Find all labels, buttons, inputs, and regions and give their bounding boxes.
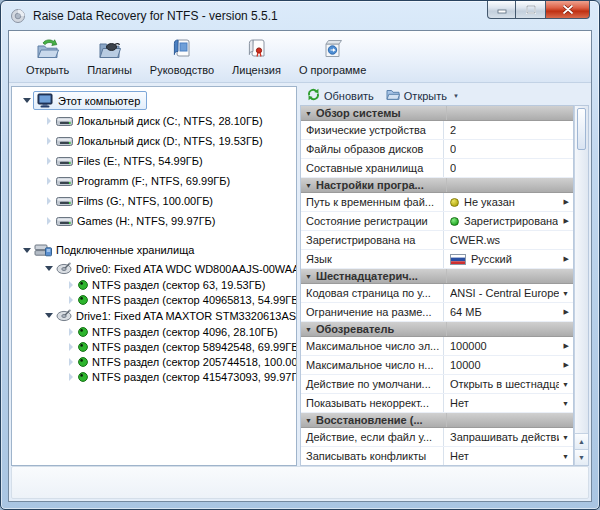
plugins-button[interactable]: Плагины [78,34,141,78]
tree-item-volume[interactable]: Локальный диск (C:, NTFS, 28.10ГБ) [12,111,296,131]
section-collapse-icon[interactable]: ▼ [305,326,312,333]
row-expand-icon[interactable]: ▶ [561,217,573,225]
row-dropdown-icon[interactable]: ▼ [559,400,573,407]
row-expand-icon[interactable]: ▶ [561,255,573,263]
window-controls [487,1,590,19]
tree-item-volume[interactable]: Локальный диск (D:, NTFS, 19.53ГБ) [12,131,296,151]
property-value-text: Запрашивать действи [450,431,559,443]
property-value[interactable]: ANSI - Central European▼ [444,284,573,302]
property-value[interactable]: CWER.ws [444,231,573,249]
expander-open-icon[interactable] [20,248,33,253]
row-expand-icon[interactable]: ▶ [561,361,573,369]
property-value[interactable]: Нет▼ [444,394,573,412]
property-value-text: Открыть в шестнадца [450,378,559,390]
minimize-button[interactable] [487,1,516,19]
tree-item-partition[interactable]: NTFS раздел (сектор 205744518, 100.00ГБ) [12,354,296,369]
property-row[interactable]: Физические устройства2 [301,121,573,140]
toolbar-button-label: О программе [299,64,366,76]
property-value[interactable]: Открыть в шестнадца▼ [444,375,573,393]
grid-section-header[interactable]: ▼Настройки програ... [301,178,573,193]
row-expand-icon[interactable]: ▶ [561,308,573,316]
harddisk-icon [56,309,72,322]
property-row[interactable]: Максимальное число н...10000▶ [301,356,573,375]
grid-section-header[interactable]: ▼Обозреватель [301,322,573,337]
property-value-text: 64 МБ [450,306,482,318]
tree-item-drive[interactable]: Drive1: Fixed ATA MAXTOR STM3320613AS [12,307,296,324]
tree-item-volume[interactable]: Files (E:, NTFS, 54.99ГБ) [12,151,296,171]
grid-section-header[interactable]: ▼Восстановление (... [301,413,573,428]
open-button[interactable]: Открыть [17,34,78,78]
tree-item-partition[interactable]: NTFS раздел (сектор 415473093, 99.97ГБ) [12,369,296,384]
grid-section-header[interactable]: ▼Шестнадцатерич... [301,269,573,284]
tree-item-volume[interactable]: Programm (F:, NTFS, 69.99ГБ) [12,171,296,191]
expander-open-icon[interactable] [42,313,55,318]
property-value[interactable]: Запрашивать действи▼ [444,428,573,446]
section-collapse-icon[interactable]: ▼ [305,182,312,189]
property-value[interactable]: Зарегистрирована▶ [444,212,573,230]
property-row[interactable]: Файлы образов дисков0 [301,140,573,159]
manual-button[interactable]: Руководство [141,34,223,78]
volume-icon [56,135,73,147]
section-collapse-icon[interactable]: ▼ [305,273,312,280]
tree-item-partition[interactable]: NTFS раздел (сектор 4096, 28.10ГБ) [12,324,296,339]
tree-item-partition[interactable]: NTFS раздел (сектор 63, 19.53ГБ) [12,277,296,292]
property-row[interactable]: Кодовая страница по у...ANSI - Central E… [301,284,573,303]
open-dropdown-button[interactable]: ▼ [451,93,459,99]
property-row[interactable]: Максимальное число эл...100000▶ [301,337,573,356]
property-value[interactable]: Русский▶ [444,250,573,268]
tree-item-volume[interactable]: Games (H:, NTFS, 99.97ГБ) [12,211,296,231]
property-row[interactable]: Путь к временным фай...Не указан▶ [301,193,573,212]
row-expand-icon[interactable]: ▶ [561,342,573,350]
row-dropdown-icon[interactable]: ▼ [559,290,573,297]
tree-item-partition[interactable]: NTFS раздел (сектор 40965813, 54.99ГБ) [12,292,296,307]
section-collapse-icon[interactable]: ▼ [305,417,312,424]
row-expand-icon[interactable]: ▶ [561,198,573,206]
property-row[interactable]: Составные хранилища0 [301,159,573,178]
scrollbar-thumb[interactable] [577,108,586,150]
scrollbar-track[interactable] [575,152,588,433]
tree-selected-item[interactable]: Этот компьютер [33,91,147,110]
close-button[interactable] [545,1,590,19]
maximize-button[interactable] [516,1,545,19]
property-value[interactable]: 64 МБ▶ [444,303,573,321]
property-value[interactable]: 100000▶ [444,337,573,355]
expander-open-icon[interactable] [20,98,33,103]
property-row[interactable]: Записывать конфликтыНет▼ [301,447,573,466]
section-collapse-icon[interactable]: ▼ [305,110,312,117]
property-row[interactable]: ЯзыкРусский▶ [301,250,573,269]
vertical-scrollbar[interactable]: ▲ ▼ [574,105,589,466]
property-label: Максимальное число эл... [301,337,444,355]
license-button[interactable]: Лицензия [223,34,290,78]
about-button[interactable]: О программе [290,34,375,78]
expander-open-icon[interactable] [42,266,55,271]
tree-item-label: Films (G:, NTFS, 100.00ГБ) [77,195,213,207]
refresh-icon [307,88,320,103]
property-value[interactable]: 0 [444,140,573,158]
scroll-down-button[interactable]: ▼ [575,449,588,465]
refresh-button[interactable]: Обновить [307,88,374,103]
tree-item-storages[interactable]: Подключенные хранилища [12,240,296,260]
tree-item-drive[interactable]: Drive0: Fixed ATA WDC WD800AAJS-00WAA0 [12,260,296,277]
manual-icon [169,38,195,61]
row-dropdown-icon[interactable]: ▼ [559,434,573,441]
tree-item-volume[interactable]: Films (G:, NTFS, 100.00ГБ) [12,191,296,211]
property-row[interactable]: Ограничение на разме...64 МБ▶ [301,303,573,322]
row-dropdown-icon[interactable]: ▼ [559,381,573,388]
property-row[interactable]: Действие, если файл у...Запрашивать дейс… [301,428,573,447]
property-value[interactable]: 10000▶ [444,356,573,374]
tree-item-partition[interactable]: NTFS раздел (сектор 58942548, 69.99ГБ) [12,339,296,354]
grid-section-label: Обозреватель [316,323,394,335]
grid-section-header[interactable]: ▼Обзор системы [301,106,573,121]
open-storage-button[interactable]: Открыть [386,89,447,102]
tree-item-computer[interactable]: Этот компьютер [12,90,296,111]
property-value[interactable]: 2 [444,121,573,139]
property-row[interactable]: Зарегистрирована наCWER.ws [301,231,573,250]
scroll-up-button[interactable]: ▲ [575,433,588,449]
row-dropdown-icon[interactable]: ▼ [559,453,573,460]
property-value[interactable]: 0 [444,159,573,177]
property-value[interactable]: Не указан▶ [444,193,573,211]
property-row[interactable]: Показывать некоррект...Нет▼ [301,394,573,413]
property-row[interactable]: Действие по умолчани...Открыть в шестнад… [301,375,573,394]
property-value[interactable]: Нет▼ [444,447,573,465]
property-row[interactable]: Состояние регистрацииЗарегистрирована▶ [301,212,573,231]
